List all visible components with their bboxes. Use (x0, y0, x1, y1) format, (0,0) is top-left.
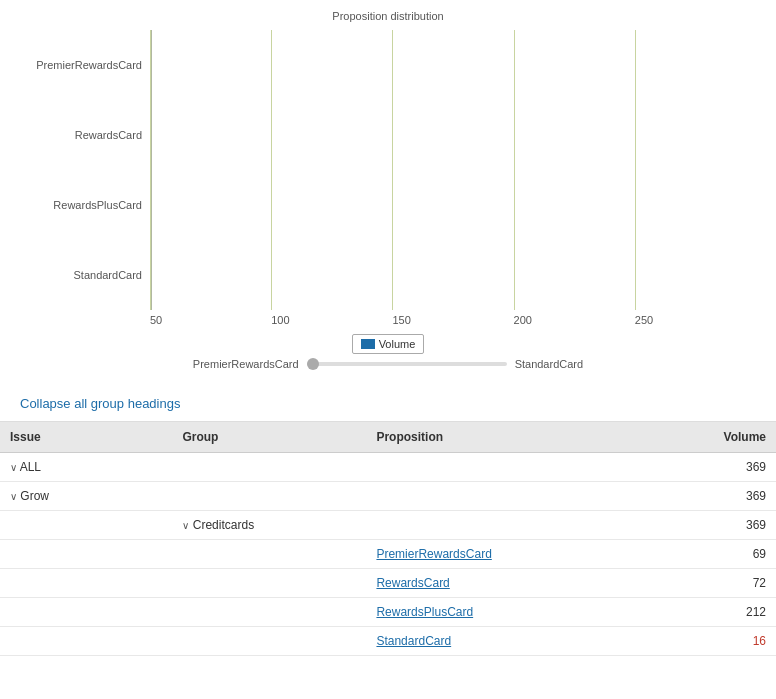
col-issue: Issue (0, 422, 172, 453)
chart-area: PremierRewardsCard RewardsCard RewardsPl… (20, 30, 756, 310)
cell-group-p (172, 540, 366, 569)
chart-title: Proposition distribution (20, 10, 756, 22)
issue-label-grow: Grow (20, 489, 49, 503)
cell-volume-p: 69 (668, 540, 776, 569)
cell-volume-grow: 369 (668, 482, 776, 511)
x-label-200: 200 (514, 314, 635, 326)
x-label-100: 100 (271, 314, 392, 326)
cell-volume-r: 72 (668, 569, 776, 598)
group-label-credit: Creditcards (193, 518, 254, 532)
cell-issue-r (0, 569, 172, 598)
bars-and-grid (150, 30, 756, 310)
cell-volume-all: 369 (668, 453, 776, 482)
slider-left-label: PremierRewardsCard (193, 358, 299, 370)
issue-label-all: ALL (20, 460, 41, 474)
proposition-link-standard[interactable]: StandardCard (376, 634, 451, 648)
table-row: ∨ ALL 369 (0, 453, 776, 482)
bar-row-rewardsplus (150, 178, 756, 228)
header-row: Issue Group Proposition Volume (0, 422, 776, 453)
proposition-link-rewardsplus[interactable]: RewardsPlusCard (376, 605, 473, 619)
cell-group-rp (172, 598, 366, 627)
legend-area: Volume (20, 334, 756, 354)
legend-item-volume: Volume (352, 334, 425, 354)
cell-group-all (172, 453, 366, 482)
y-label-rewardsplus: RewardsPlusCard (53, 200, 142, 211)
table-header: Issue Group Proposition Volume (0, 422, 776, 453)
table-row: ∨ Creditcards 369 (0, 511, 776, 540)
expand-icon-credit[interactable]: ∨ (182, 520, 189, 531)
proposition-link-rewards[interactable]: RewardsCard (376, 576, 449, 590)
x-label-50: 50 (150, 314, 271, 326)
cell-proposition-s: StandardCard (366, 627, 668, 656)
table-section: Issue Group Proposition Volume ∨ ALL 369 (0, 421, 776, 656)
cell-issue-p (0, 540, 172, 569)
collapse-all-link[interactable]: Collapse all group headings (8, 390, 192, 417)
x-axis-labels: 50 100 150 200 250 (150, 310, 756, 326)
expand-icon-grow[interactable]: ∨ (10, 491, 17, 502)
cell-group-r (172, 569, 366, 598)
cell-issue-s (0, 627, 172, 656)
grid-and-bars (150, 30, 756, 310)
bar-row-premier (150, 48, 756, 98)
cell-volume-s: 16 (668, 627, 776, 656)
cell-group-s (172, 627, 366, 656)
bars-wrapper (150, 30, 756, 310)
cell-volume-credit: 369 (668, 511, 776, 540)
y-label-rewards: RewardsCard (75, 130, 142, 141)
slider-right-label: StandardCard (515, 358, 584, 370)
table-row: ∨ Grow 369 (0, 482, 776, 511)
bar-row-rewards (150, 113, 756, 163)
table-row: RewardsPlusCard 212 (0, 598, 776, 627)
y-label-standard: StandardCard (74, 270, 143, 281)
y-axis-labels: PremierRewardsCard RewardsCard RewardsPl… (20, 30, 150, 310)
col-volume: Volume (668, 422, 776, 453)
main-table: Issue Group Proposition Volume ∨ ALL 369 (0, 422, 776, 656)
table-body: ∨ ALL 369 ∨ Grow 369 (0, 453, 776, 656)
cell-proposition-rp: RewardsPlusCard (366, 598, 668, 627)
cell-issue-all: ∨ ALL (0, 453, 172, 482)
y-label-premier: PremierRewardsCard (36, 60, 142, 71)
table-row: RewardsCard 72 (0, 569, 776, 598)
slider-track[interactable] (307, 362, 507, 366)
legend-icon-volume (361, 339, 375, 349)
cell-proposition-grow (366, 482, 668, 511)
cell-issue-credit (0, 511, 172, 540)
x-label-250: 250 (635, 314, 756, 326)
col-proposition: Proposition (366, 422, 668, 453)
slider-thumb[interactable] (307, 358, 319, 370)
x-label-150: 150 (392, 314, 513, 326)
cell-group-grow (172, 482, 366, 511)
cell-proposition-r: RewardsCard (366, 569, 668, 598)
cell-issue-grow: ∨ Grow (0, 482, 172, 511)
slider-area: PremierRewardsCard StandardCard (20, 358, 756, 370)
cell-issue-rp (0, 598, 172, 627)
col-group: Group (172, 422, 366, 453)
cell-proposition-all (366, 453, 668, 482)
collapse-section: Collapse all group headings (0, 388, 776, 421)
table-row: PremierRewardsCard 69 (0, 540, 776, 569)
cell-proposition-credit (366, 511, 668, 540)
cell-proposition-p: PremierRewardsCard (366, 540, 668, 569)
table-row: StandardCard 16 (0, 627, 776, 656)
proposition-link-premier[interactable]: PremierRewardsCard (376, 547, 491, 561)
chart-container: Proposition distribution PremierRewardsC… (0, 0, 776, 388)
bar-row-standard (150, 243, 756, 293)
legend-label-volume: Volume (379, 338, 416, 350)
expand-icon-all[interactable]: ∨ (10, 462, 17, 473)
cell-volume-rp: 212 (668, 598, 776, 627)
cell-group-credit: ∨ Creditcards (172, 511, 366, 540)
